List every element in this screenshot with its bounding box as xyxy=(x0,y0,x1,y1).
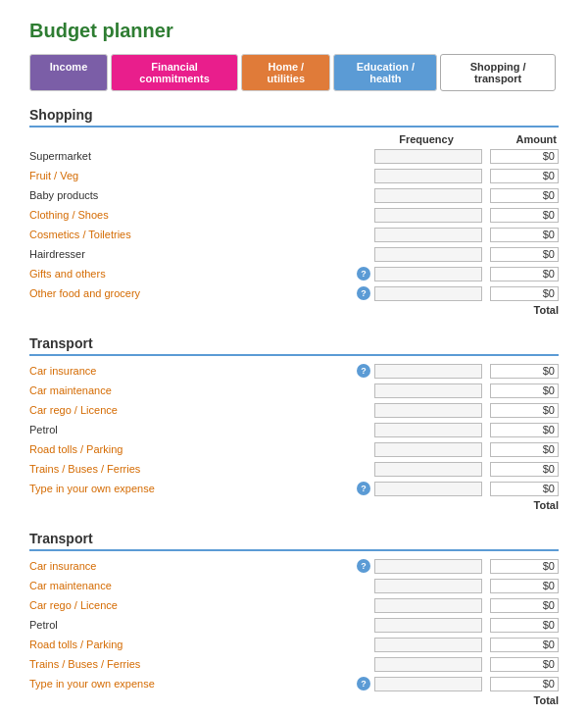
frequency-input[interactable] xyxy=(374,228,482,242)
row-label: Hairdresser xyxy=(29,248,374,260)
shopping-total-label: Total xyxy=(490,304,559,316)
row-label: Car maintenance xyxy=(29,384,374,396)
frequency-input[interactable] xyxy=(374,169,482,183)
frequency-input[interactable] xyxy=(374,482,482,496)
row-label: Car insurance xyxy=(29,560,357,572)
table-row: Supermarket $0 xyxy=(29,147,559,165)
amount-cell: $0 xyxy=(490,442,559,457)
row-label: Car insurance xyxy=(29,365,357,377)
amount-cell: $0 xyxy=(490,384,559,398)
table-row: Fruit / Veg $0 xyxy=(29,167,559,184)
amount-cell: $0 xyxy=(490,169,559,183)
frequency-input[interactable] xyxy=(374,462,482,477)
frequency-input[interactable] xyxy=(374,149,482,164)
frequency-input[interactable] xyxy=(374,638,482,652)
amount-cell: $0 xyxy=(490,267,559,281)
frequency-input[interactable] xyxy=(374,442,482,457)
table-row: Road tolls / Parking $0 xyxy=(29,636,559,653)
transport-section-2: Transport Car insurance ? $0 Car mainten… xyxy=(29,531,559,706)
table-row: Car rego / Licence $0 xyxy=(29,596,559,614)
frequency-input[interactable] xyxy=(374,286,482,301)
table-row: Baby products $0 xyxy=(29,186,559,204)
amount-cell: $0 xyxy=(490,638,559,652)
shopping-section-title: Shopping xyxy=(29,107,559,128)
amount-cell: $0 xyxy=(490,657,559,672)
frequency-input[interactable] xyxy=(374,677,482,691)
transport2-total-row: Total xyxy=(29,694,559,706)
help-icon[interactable]: ? xyxy=(357,286,370,300)
tab-financial[interactable]: Financial commitments xyxy=(111,54,238,91)
frequency-input[interactable] xyxy=(374,657,482,672)
frequency-input[interactable] xyxy=(374,598,482,613)
frequency-input[interactable] xyxy=(374,364,482,379)
table-row: Petrol $0 xyxy=(29,616,559,634)
row-label: Car maintenance xyxy=(29,580,374,591)
row-label: Car rego / Licence xyxy=(29,599,374,611)
table-row: Car maintenance $0 xyxy=(29,382,559,399)
transport1-total-row: Total xyxy=(29,499,559,511)
amount-cell: $0 xyxy=(490,423,559,437)
frequency-input[interactable] xyxy=(374,208,482,223)
help-icon[interactable]: ? xyxy=(357,482,370,495)
row-label: Type in your own expense xyxy=(29,678,357,690)
table-row: Gifts and others ? $0 xyxy=(29,265,559,282)
frequency-input[interactable] xyxy=(374,559,482,574)
table-row: Type in your own expense ? $0 xyxy=(29,480,559,497)
row-label: Gifts and others xyxy=(29,268,357,280)
frequency-input[interactable] xyxy=(374,618,482,633)
table-row: Car maintenance $0 xyxy=(29,577,559,594)
row-label: Cosmetics / Toiletries xyxy=(29,229,374,240)
amount-cell: $0 xyxy=(490,188,559,203)
table-row: Type in your own expense ? $0 xyxy=(29,675,559,692)
transport2-total-label: Total xyxy=(490,694,559,706)
amount-cell: $0 xyxy=(490,579,559,593)
table-row: Car insurance ? $0 xyxy=(29,362,559,380)
amount-cell: $0 xyxy=(490,462,559,477)
amount-cell: $0 xyxy=(490,559,559,574)
frequency-input[interactable] xyxy=(374,267,482,281)
row-label: Baby products xyxy=(29,189,374,201)
row-label: Other food and grocery xyxy=(29,287,357,299)
shopping-section: Shopping Frequency Amount Supermarket $0… xyxy=(29,107,559,316)
table-row: Car rego / Licence $0 xyxy=(29,401,559,419)
amount-cell: $0 xyxy=(490,618,559,633)
help-icon[interactable]: ? xyxy=(357,677,370,690)
table-row: Hairdresser $0 xyxy=(29,245,559,263)
amount-cell: $0 xyxy=(490,247,559,262)
table-row: Cosmetics / Toiletries $0 xyxy=(29,226,559,243)
transport1-total-label: Total xyxy=(490,499,559,511)
table-row: Clothing / Shoes $0 xyxy=(29,206,559,224)
help-icon[interactable]: ? xyxy=(357,364,370,378)
amount-cell: $0 xyxy=(490,149,559,164)
tab-income[interactable]: Income xyxy=(29,54,108,91)
amount-cell: $0 xyxy=(490,228,559,242)
tab-home[interactable]: Home / utilities xyxy=(241,54,330,91)
frequency-input[interactable] xyxy=(374,579,482,593)
amount-cell: $0 xyxy=(490,677,559,691)
shopping-total-row: Total xyxy=(29,304,559,316)
row-label: Clothing / Shoes xyxy=(29,209,374,221)
tab-shopping[interactable]: Shopping / transport xyxy=(440,54,556,91)
amount-header: Amount xyxy=(488,133,557,145)
amount-cell: $0 xyxy=(490,286,559,301)
tab-education[interactable]: Education / health xyxy=(333,54,437,91)
table-row: Trains / Buses / Ferries $0 xyxy=(29,655,559,673)
help-icon[interactable]: ? xyxy=(357,267,370,281)
row-label: Trains / Buses / Ferries xyxy=(29,463,374,475)
frequency-input[interactable] xyxy=(374,423,482,437)
transport-section-2-title: Transport xyxy=(29,531,559,551)
row-label: Petrol xyxy=(29,424,374,435)
row-label: Trains / Buses / Ferries xyxy=(29,658,374,670)
row-label: Road tolls / Parking xyxy=(29,639,374,650)
help-icon[interactable]: ? xyxy=(357,559,370,573)
frequency-input[interactable] xyxy=(374,188,482,203)
frequency-input[interactable] xyxy=(374,247,482,262)
row-label: Petrol xyxy=(29,619,374,631)
frequency-input[interactable] xyxy=(374,403,482,418)
row-label: Type in your own expense xyxy=(29,483,357,494)
amount-cell: $0 xyxy=(490,598,559,613)
frequency-input[interactable] xyxy=(374,384,482,398)
column-headers: Frequency Amount xyxy=(29,133,559,145)
table-row: Trains / Buses / Ferries $0 xyxy=(29,460,559,478)
tab-bar: Income Financial commitments Home / util… xyxy=(29,54,559,91)
